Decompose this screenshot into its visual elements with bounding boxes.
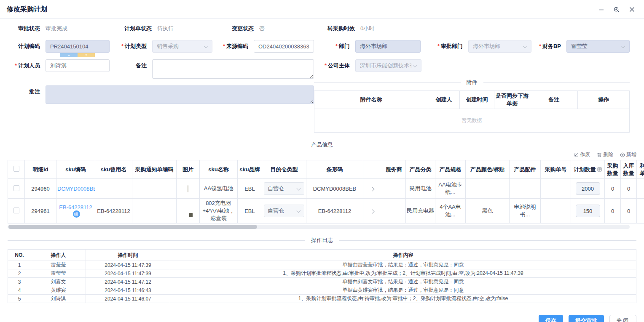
- department-field: 海外市场部: [355, 40, 421, 53]
- transfer-time-label: 转采购时效: [319, 25, 355, 32]
- col-expand: [363, 160, 382, 179]
- add-button[interactable]: 新增: [620, 151, 636, 158]
- sku-code-link[interactable]: EB-64228112: [59, 204, 92, 210]
- plan-type-select: 销售采购: [152, 40, 212, 53]
- page-title: 修改采购计划: [7, 5, 47, 14]
- save-button[interactable]: 保存: [539, 315, 563, 322]
- col-sku-name: sku名称: [200, 160, 238, 179]
- products-divider: 产品信息: [8, 141, 636, 149]
- expand-row-icon[interactable]: [371, 187, 374, 191]
- col-po: 采购单号: [541, 160, 571, 179]
- product-row: 294961 EB-64228112组 EB-64228112 802充电器+4…: [8, 199, 644, 224]
- sku-code-link[interactable]: DCMYD0008BEB: [57, 186, 95, 192]
- warehouse-select[interactable]: 自营仓: [264, 205, 304, 217]
- add-icon: [620, 152, 625, 157]
- footer-actions: 保存 提交审批 关闭: [0, 315, 644, 322]
- detail-id-cell: 294960: [25, 179, 56, 199]
- logs-section: 操作日志 NO. 操作人 操作时间 操作内容 1雷莹莹2024-04-15 11…: [8, 237, 636, 303]
- products-table-viewport: 明细id sku编码 sku曾用名 采购通知单编码 图片 sku名称 sku品牌…: [8, 160, 644, 224]
- planner-label: 计划人员: [8, 59, 40, 72]
- logs-divider: 操作日志: [8, 237, 636, 244]
- product-row: 294960 DCMYD0008BEB AA镍氢电池 EBL 自营仓 DCMYD…: [8, 179, 644, 199]
- sort-up-icon[interactable]: ▲: [60, 53, 78, 57]
- dialog-header: 修改采购计划: [0, 0, 644, 18]
- col-purchase-qty: 采购数量: [605, 160, 621, 179]
- approval-status-value: 审批完成: [46, 25, 67, 32]
- delete-button[interactable]: 删除: [597, 151, 613, 158]
- col-detail-id: 明细id: [25, 160, 56, 179]
- log-col-time: 操作时间: [86, 250, 170, 261]
- submit-approval-button[interactable]: 提交审批: [569, 315, 604, 322]
- attachments-title: 附件: [467, 79, 478, 86]
- plan-qty-input[interactable]: 150: [576, 205, 600, 217]
- inbound-qty-cell: 0: [621, 199, 637, 224]
- col-sku-code: sku编码: [56, 160, 95, 179]
- col-spec: 产品规格: [435, 160, 466, 179]
- plan-status-value: 待执行: [157, 25, 174, 32]
- zoom-in-icon[interactable]: [613, 6, 620, 13]
- remark-textarea[interactable]: [152, 59, 314, 79]
- log-row: 5刘诗淇2024-04-15 11:46:071、采购计划审批流程状态,由:待审…: [8, 295, 636, 303]
- close-icon[interactable]: [628, 6, 636, 13]
- approve-dept-label: 审批部门: [421, 40, 463, 53]
- products-title: 产品信息: [311, 141, 333, 149]
- close-button[interactable]: 关闭: [609, 315, 636, 322]
- products-table: 明细id sku编码 sku曾用名 采购通知单编码 图片 sku名称 sku品牌…: [8, 160, 644, 224]
- log-col-content: 操作内容: [170, 250, 636, 261]
- col-barcode: 条形码: [306, 160, 363, 179]
- logs-title: 操作日志: [311, 237, 333, 244]
- source-code-field[interactable]: OD24040200038363: [254, 40, 314, 53]
- status-bar: 审批状态审批完成 计划单状态待执行 变更状态否 转采购时效0小时: [8, 25, 636, 32]
- col-sku-former: sku曾用名: [95, 160, 132, 179]
- row-checkbox[interactable]: [13, 185, 19, 191]
- sort-down-icon[interactable]: ▼: [78, 53, 95, 57]
- delete-icon: [597, 152, 602, 157]
- attachments-table: 附件名称 创建人 创建时间 是否同步下游单据 备注 操作 暂无数据: [314, 90, 630, 133]
- products-toolbar: 作废 删除 新增: [8, 151, 636, 158]
- notice-code-cell: [132, 179, 177, 199]
- chevron-down-icon: [204, 45, 208, 48]
- sku-name-cell: AA镍氢电池: [200, 179, 238, 199]
- expand-row-icon[interactable]: [371, 210, 374, 213]
- plan-status-label: 计划单状态: [112, 25, 152, 32]
- col-color: 产品颜色/标贴: [466, 160, 510, 179]
- attachments-divider: 附件: [314, 79, 630, 86]
- warehouse-select[interactable]: 自营仓: [264, 182, 304, 195]
- sort-widget: ▲ ▼: [60, 53, 95, 57]
- note-textarea: [46, 85, 314, 104]
- color-cell: [466, 179, 510, 199]
- profit-cell: [637, 179, 644, 199]
- attach-col-created: 创建时间: [460, 91, 494, 109]
- brand-cell: EBL: [238, 199, 262, 224]
- category-cell: 民用充电器: [406, 199, 435, 224]
- change-status-label: 变更状态: [222, 25, 254, 32]
- product-image[interactable]: [188, 185, 188, 192]
- plan-qty-input[interactable]: 2000: [576, 182, 600, 195]
- col-profit: 利单: [637, 160, 644, 179]
- purchase-qty-cell: 0: [605, 179, 621, 199]
- select-all-checkbox[interactable]: [13, 166, 19, 172]
- log-col-no: NO.: [8, 250, 31, 261]
- col-category: 产品分类: [406, 160, 435, 179]
- horizontal-scrollbar-thumb[interactable]: [8, 225, 257, 229]
- void-button[interactable]: 作废: [574, 151, 590, 158]
- sku-former-cell: EB-64228112: [95, 199, 132, 224]
- change-status-value: 否: [259, 25, 265, 32]
- col-brand: sku品牌: [238, 160, 262, 179]
- department-label: 部门: [314, 40, 350, 53]
- row-checkbox[interactable]: [13, 208, 19, 213]
- minimize-icon[interactable]: [598, 6, 605, 13]
- company-label: 公司主体: [314, 59, 350, 72]
- products-section: 产品信息 作废 删除 新增: [8, 141, 636, 229]
- log-row: 1雷莹莹2024-04-15 11:47:39单据由雷莹莹审批，结果是：通过，审…: [8, 261, 636, 269]
- log-row: 4黄维宾2024-04-15 11:46:43单据由黄维宾审批，结果是：通过，审…: [8, 286, 636, 295]
- finance-bp-select: 雷莹莹: [566, 40, 630, 53]
- planner-field[interactable]: 刘诗淇: [46, 59, 110, 72]
- attach-col-action: 操作: [578, 91, 630, 109]
- source-code-label: 来源编码: [212, 40, 248, 53]
- spec-cell: AA电池卡纸...: [435, 179, 466, 199]
- attach-col-creator: 创建人: [428, 91, 460, 109]
- provider-cell: [382, 179, 406, 199]
- log-col-operator: 操作人: [31, 250, 86, 261]
- spec-cell: 4个AA电池...: [435, 199, 466, 224]
